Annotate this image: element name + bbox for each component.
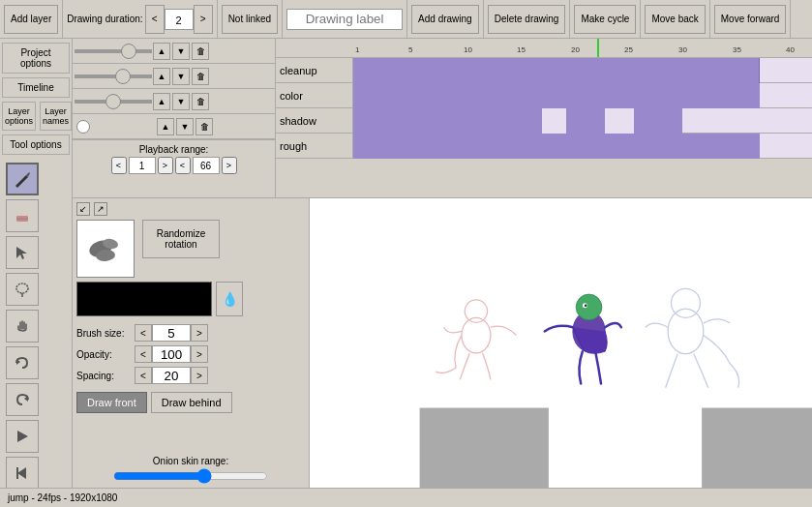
- shadow-block2: [566, 108, 605, 134]
- expand2-icon[interactable]: ↗: [94, 202, 107, 216]
- add-drawing-button[interactable]: Add drawing: [411, 5, 479, 34]
- drawing-label-input[interactable]: [286, 9, 403, 30]
- cleanup-opacity-slider[interactable]: [75, 49, 152, 53]
- brush-texture-preview: [76, 220, 135, 278]
- play-button[interactable]: [6, 420, 39, 453]
- opacity-row: Opacity: < >: [76, 345, 305, 363]
- layer-row-color: ▲ ▼ 🗑: [73, 64, 275, 89]
- drawing-duration-label: Drawing duration:: [67, 14, 142, 24]
- frame-ruler-svg: 1 5 10 15 20 25 30 35 40 45 50: [355, 39, 812, 58]
- brush-size-input[interactable]: [152, 324, 191, 342]
- shadow-track-frames[interactable]: [353, 108, 812, 133]
- brush-size-inc-button[interactable]: >: [191, 324, 208, 342]
- spacing-input[interactable]: [152, 367, 191, 384]
- right-character: [646, 288, 739, 387]
- add-layer-button[interactable]: Add layer: [4, 5, 58, 34]
- color-opacity-slider[interactable]: [75, 75, 152, 78]
- color-swatch[interactable]: [76, 282, 212, 316]
- color-up-button[interactable]: ▲: [153, 68, 170, 85]
- track-row-rough: rough: [276, 134, 812, 159]
- select-tool-button[interactable]: [6, 236, 39, 269]
- cleanup-delete-button[interactable]: 🗑: [192, 43, 209, 60]
- rough-up-button[interactable]: ▲: [157, 118, 174, 135]
- randomize-rotation-button[interactable]: Randomize rotation: [142, 220, 220, 258]
- add-layer-group: Add layer: [0, 0, 63, 38]
- shadow-up-button[interactable]: ▲: [153, 93, 170, 110]
- draw-behind-button[interactable]: Draw behind: [151, 392, 232, 413]
- rough-track-frames[interactable]: [353, 134, 812, 158]
- range-end-prev-button[interactable]: <: [175, 157, 191, 174]
- move-back-button[interactable]: Move back: [645, 5, 705, 34]
- eyedropper-button[interactable]: 💧: [216, 282, 243, 316]
- make-cycle-button[interactable]: Make cycle: [574, 5, 636, 34]
- spacing-inc-button[interactable]: >: [191, 367, 208, 384]
- pencil-tool-button[interactable]: [6, 163, 39, 195]
- prev-frame-button[interactable]: [6, 457, 39, 488]
- rough-filled-frames: [353, 134, 760, 159]
- frame-ruler: 1 5 10 15 20 25 30 35 40 45 50: [355, 39, 812, 58]
- timeline-button[interactable]: Timeline: [2, 77, 70, 98]
- shadow-gap2: [605, 108, 634, 134]
- brush-size-dec-button[interactable]: <: [135, 324, 152, 342]
- redo-button[interactable]: [6, 383, 39, 416]
- svg-text:1: 1: [355, 45, 360, 54]
- dur-next-button[interactable]: >: [194, 5, 213, 34]
- move-forward-button[interactable]: Move forward: [714, 5, 787, 34]
- drawing-duration-group: Drawing duration: < 2 >: [63, 0, 217, 38]
- status-bar: jump - 24fps - 1920x1080: [0, 488, 812, 507]
- svg-point-29: [576, 294, 602, 320]
- color-delete-button[interactable]: 🗑: [192, 68, 209, 85]
- layer-options-button[interactable]: Layer options: [2, 102, 36, 131]
- layer-names-button[interactable]: Layer names: [40, 102, 72, 131]
- undo-button[interactable]: [6, 346, 39, 379]
- track-row-shadow: shadow: [276, 108, 812, 134]
- not-linked-button[interactable]: Not linked: [222, 5, 278, 34]
- opacity-dec-button[interactable]: <: [135, 345, 152, 363]
- shadow-down-button[interactable]: ▼: [172, 93, 190, 110]
- svg-point-32: [668, 309, 704, 354]
- svg-point-33: [671, 288, 700, 317]
- rough-delete-button[interactable]: 🗑: [195, 118, 213, 135]
- left-sidebar: Project options Timeline Layer options L…: [0, 39, 73, 488]
- cleanup-up-button[interactable]: ▲: [153, 43, 170, 60]
- range-start-next-button[interactable]: >: [158, 157, 173, 174]
- svg-marker-7: [17, 467, 26, 479]
- project-options-button[interactable]: Project options: [2, 43, 70, 74]
- expand-icon[interactable]: ↙: [76, 202, 90, 216]
- shadow-opacity-slider[interactable]: [75, 100, 152, 104]
- cleanup-down-button[interactable]: ▼: [172, 43, 190, 60]
- shadow-delete-button[interactable]: 🗑: [192, 93, 209, 110]
- rough-down-button[interactable]: ▼: [176, 118, 194, 135]
- dur-prev-button[interactable]: <: [145, 5, 165, 34]
- spacing-dec-button[interactable]: <: [135, 367, 152, 384]
- opacity-input[interactable]: [152, 345, 191, 363]
- opacity-label: Opacity:: [76, 349, 135, 360]
- onion-skin-section: Onion skin range:: [76, 456, 305, 484]
- svg-point-31: [585, 305, 586, 307]
- range-start-input[interactable]: [129, 157, 156, 174]
- cleanup-track-name: cleanup: [276, 58, 353, 82]
- svg-text:25: 25: [624, 45, 633, 54]
- onion-skin-slider[interactable]: [113, 468, 268, 484]
- color-track-frames[interactable]: [353, 83, 812, 107]
- rough-visibility-indicator: [76, 120, 90, 134]
- draw-front-button[interactable]: Draw front: [76, 392, 147, 413]
- color-down-button[interactable]: ▼: [172, 68, 190, 85]
- eraser-tool-button[interactable]: [6, 199, 39, 232]
- lasso-tool-button[interactable]: [6, 273, 39, 306]
- opacity-inc-button[interactable]: >: [191, 345, 208, 363]
- range-start-prev-button[interactable]: <: [111, 157, 127, 174]
- range-end-input[interactable]: [193, 157, 220, 174]
- tool-options-button[interactable]: Tool options: [2, 134, 70, 155]
- range-end-next-button[interactable]: >: [222, 157, 237, 174]
- center-character: [545, 294, 621, 383]
- brush-size-label: Brush size:: [76, 328, 135, 339]
- svg-text:10: 10: [464, 45, 472, 54]
- cleanup-track-frames[interactable]: [353, 58, 812, 82]
- hand-tool-button[interactable]: [6, 310, 39, 343]
- svg-text:15: 15: [517, 45, 526, 54]
- svg-point-2: [16, 283, 28, 293]
- delete-drawing-button[interactable]: Delete drawing: [488, 5, 566, 34]
- color-track-name: color: [276, 83, 353, 107]
- canvas-area[interactable]: Frame: 23/66: [310, 198, 812, 488]
